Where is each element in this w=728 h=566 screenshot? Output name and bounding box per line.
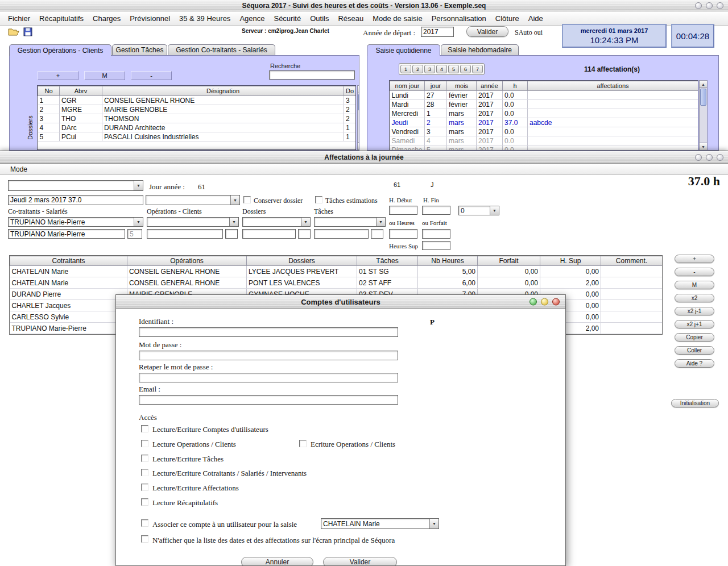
table-row[interactable]: 3 THO THOMSON 2 [38, 114, 356, 123]
col-header-taches[interactable]: Tâches [357, 256, 418, 266]
modify-row-button[interactable]: M [675, 281, 714, 289]
heures-sup-input[interactable] [422, 241, 450, 250]
table-row[interactable]: Vendredi 3 mars 2017 0.0 [390, 127, 698, 136]
scrollbar-thumb[interactable] [700, 89, 706, 106]
nafficher-checkbox[interactable] [141, 535, 148, 543]
col-header-operations[interactable]: Opérations [127, 256, 247, 266]
table-row[interactable]: 5 PCui PASCALI Cuisines Industrielles 1 [38, 132, 356, 142]
operations-num-field[interactable] [225, 229, 238, 239]
x2-button[interactable]: x2 [675, 294, 714, 302]
menu-agence[interactable]: Agence [235, 11, 269, 25]
tab-gestion-taches[interactable]: Gestion Tâches [112, 44, 167, 55]
remove-button[interactable]: - [131, 71, 172, 80]
table-row[interactable]: CHATELAIN Marie CONSEIL GENERAL RHONE LY… [10, 266, 663, 277]
acces-comptes-checkbox[interactable] [141, 425, 148, 432]
menu-fichier[interactable]: Fichier [3, 11, 35, 25]
x2-jminus1-button[interactable]: x2 j-1 [675, 307, 714, 315]
col-header-h-sup[interactable]: H. Sup [540, 256, 601, 266]
aide-button[interactable]: Aide ? [675, 359, 714, 368]
acces-taches-checkbox[interactable] [141, 455, 148, 462]
col-header-h[interactable]: h [503, 81, 528, 91]
associer-checkbox[interactable] [141, 519, 148, 527]
chevron-down-icon[interactable]: ▼ [376, 218, 385, 226]
dossiers-num-field[interactable] [298, 229, 311, 239]
email-input[interactable] [139, 395, 398, 405]
operations-field[interactable] [147, 229, 223, 239]
affect-window-titlebar[interactable]: Affectations à la journée [0, 151, 728, 164]
scrollbar-thumb[interactable] [358, 94, 359, 111]
dossiers-field[interactable] [242, 229, 296, 239]
col-header-forfait[interactable]: Forfait [478, 256, 540, 266]
day-button-2[interactable]: 2 [412, 65, 423, 73]
scroll-down-icon[interactable]: ▼ [358, 142, 359, 149]
taches-estimations-checkbox[interactable] [315, 196, 322, 203]
taches-combo[interactable]: ▼ [314, 217, 386, 227]
day-button-6[interactable]: 6 [460, 65, 471, 73]
remove-row-button[interactable]: - [675, 268, 714, 276]
col-header-dossiers[interactable]: Dossiers [247, 256, 357, 266]
ecriture-operations-checkbox[interactable] [299, 440, 307, 447]
window-minimize-button[interactable] [695, 154, 702, 161]
search-input[interactable] [269, 70, 355, 80]
identifiant-input[interactable] [139, 327, 398, 337]
scroll-up-icon[interactable]: ▲ [700, 81, 707, 88]
zero-combo[interactable]: 0 ▼ [458, 206, 499, 215]
table-row[interactable]: 4 DArc DURAND Architecte 1 [38, 123, 356, 132]
menu-securite[interactable]: Sécurité [269, 11, 305, 25]
menu-personnalisation[interactable]: Personnalisation [427, 11, 491, 25]
tab-gestion-cotraitants-salaries[interactable]: Gestion Co-traitants - Salariés [168, 44, 275, 55]
menu-previsionnel[interactable]: Prévisionnel [125, 11, 175, 25]
cotraitant-field[interactable] [8, 229, 125, 239]
table-row-selected[interactable]: Jeudi 2 mars 2017 37.0 aabcde [390, 118, 698, 127]
table-row[interactable]: Mercredi 1 mars 2017 0.0 [390, 109, 698, 118]
cotraitant-num-field[interactable] [127, 229, 142, 239]
cotraitant-combo[interactable]: TRUPIANO Marie-Pierre ▼ [8, 217, 143, 227]
open-file-button[interactable] [8, 27, 20, 37]
chevron-down-icon[interactable]: ▼ [134, 218, 143, 226]
associer-user-combo[interactable]: CHATELAIN Marie ▼ [321, 518, 439, 529]
clients-scrollbar[interactable]: ▲ ▼ [357, 85, 359, 150]
table-row[interactable]: Dimanche 5 mars 2017 0.0 [390, 145, 698, 151]
tab-saisie-hebdomadaire[interactable]: Saisie hebdomadaire [441, 44, 519, 55]
menu-reseau[interactable]: Réseau [333, 11, 368, 25]
chevron-down-icon[interactable]: ▼ [429, 519, 439, 528]
window-zoom-button[interactable] [706, 154, 713, 161]
col-header-nb-heures[interactable]: Nb Heures [418, 256, 478, 266]
h-fin-input[interactable] [422, 206, 450, 215]
table-row[interactable]: Samedi 4 mars 2017 0.0 [390, 136, 698, 145]
dossiers-combo[interactable]: ▼ [242, 217, 311, 227]
chevron-down-icon[interactable]: ▼ [490, 206, 499, 215]
tab-gestion-operations-clients[interactable]: Gestion Opérations - Clients [9, 44, 111, 56]
window-close-button[interactable] [717, 154, 723, 161]
taches-field[interactable] [314, 229, 369, 239]
day-button-4[interactable]: 4 [436, 65, 447, 73]
selected-date-field[interactable] [8, 195, 143, 205]
save-button[interactable] [23, 27, 33, 37]
x2-jplus1-button[interactable]: x2 j+1 [675, 320, 714, 328]
menu-outils[interactable]: Outils [305, 11, 333, 25]
conserver-dossier-checkbox[interactable] [243, 196, 251, 203]
col-header-nom-jour[interactable]: nom jour [390, 81, 425, 91]
annuler-button[interactable]: Annuler [241, 557, 313, 566]
menu-aide[interactable]: Aide [524, 11, 548, 25]
menu-charges[interactable]: Charges [88, 11, 125, 25]
table-row[interactable]: Mardi 28 février 2017 0.0 [390, 100, 698, 109]
add-row-button[interactable]: + [675, 255, 714, 263]
mot-de-passe-input[interactable] [139, 351, 398, 360]
col-header-do[interactable]: Do [344, 86, 356, 96]
scroll-down-icon[interactable]: ▼ [700, 143, 707, 150]
window-minimize-button[interactable] [695, 2, 702, 9]
day-button-1[interactable]: 1 [400, 65, 411, 73]
coller-button[interactable]: Coller [675, 346, 714, 355]
year-input[interactable] [421, 27, 454, 37]
lecture-operations-checkbox[interactable] [141, 440, 148, 447]
taches-num-field[interactable] [371, 229, 383, 239]
tab-saisie-quotidienne[interactable]: Saisie quotidienne [367, 44, 440, 56]
table-row[interactable]: 1 CGR CONSEIL GENERAL RHONE 3 [38, 96, 356, 105]
col-header-cotraitants[interactable]: Cotraitants [10, 256, 127, 266]
menu-mode[interactable]: Mode [6, 164, 32, 174]
menu-recapitulatifs[interactable]: Récapitulatifs [35, 11, 88, 25]
day-button-7[interactable]: 7 [472, 65, 483, 73]
day-button-3[interactable]: 3 [424, 65, 435, 73]
chevron-down-icon[interactable]: ▼ [230, 195, 239, 205]
